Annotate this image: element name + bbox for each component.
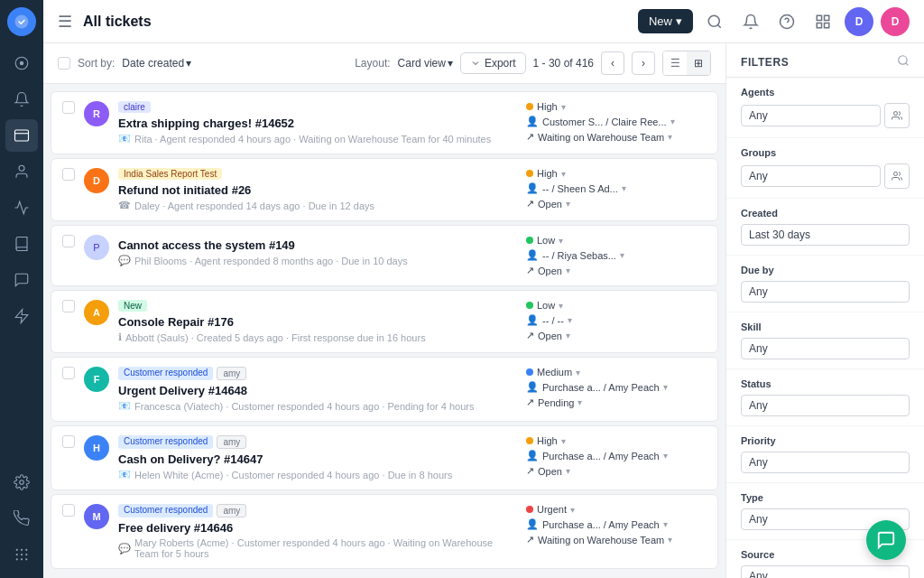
chevron-down-icon: ▾ bbox=[566, 331, 570, 340]
content-area: Sort by: Date created ▾ Layout: Card vie… bbox=[43, 43, 924, 578]
svg-rect-22 bbox=[817, 23, 821, 27]
assignee-attr[interactable]: 👤 Purchase a... / Amy Peach ▾ bbox=[526, 450, 668, 461]
bell-icon-button[interactable] bbox=[736, 7, 765, 36]
sidebar-item-chat[interactable] bbox=[5, 264, 38, 296]
sidebar-item-settings[interactable] bbox=[5, 466, 38, 499]
meta-icon: 💬 bbox=[118, 543, 131, 555]
status-attr[interactable]: ↗ Waiting on Warehouse Team ▾ bbox=[526, 534, 672, 545]
chevron-down-icon: ▾ bbox=[570, 505, 575, 515]
ticket-checkbox[interactable] bbox=[62, 367, 75, 379]
created-select[interactable]: Last 30 days Today Last 7 days This mont… bbox=[741, 224, 910, 246]
ticket-checkbox[interactable] bbox=[62, 435, 75, 448]
ticket-tags: Customer responded amy bbox=[118, 435, 517, 449]
help-icon-button[interactable] bbox=[772, 7, 801, 36]
layout-button[interactable]: Card view ▾ bbox=[398, 57, 453, 70]
svg-point-13 bbox=[25, 554, 27, 555]
sidebar-item-grid[interactable] bbox=[5, 538, 38, 571]
next-page-button[interactable]: › bbox=[632, 51, 655, 75]
source-select[interactable]: Any bbox=[741, 565, 910, 578]
status-attr[interactable]: ↗ Open ▾ bbox=[526, 330, 570, 341]
assignee-attr[interactable]: 👤 -- / Riya Sebas... ▾ bbox=[526, 249, 624, 261]
secondary-avatar[interactable]: D bbox=[881, 7, 910, 36]
ticket-checkbox[interactable] bbox=[62, 168, 75, 181]
status-select[interactable]: Any bbox=[741, 395, 910, 416]
ticket-checkbox[interactable] bbox=[62, 300, 75, 312]
sidebar-item-kb[interactable] bbox=[5, 228, 38, 260]
agents-select[interactable]: Any bbox=[741, 105, 881, 126]
chevron-down-icon: ▾ bbox=[676, 14, 682, 28]
priority-label: Low bbox=[537, 235, 555, 246]
status-attr[interactable]: ↗ Pending ▾ bbox=[526, 396, 582, 408]
sidebar-item-home[interactable] bbox=[5, 47, 38, 79]
filter-label-status: Status bbox=[741, 378, 910, 389]
view-toggle: ☰ ⊞ bbox=[662, 51, 711, 76]
table-row[interactable]: P Cannot access the system #149 💬 Phil B… bbox=[51, 225, 718, 286]
filter-search-icon[interactable] bbox=[897, 54, 910, 70]
groups-icon-button[interactable] bbox=[884, 163, 910, 189]
prev-page-button[interactable]: ‹ bbox=[601, 51, 624, 75]
avatar: D bbox=[84, 168, 109, 193]
priority-attr[interactable]: Medium ▾ bbox=[526, 367, 580, 378]
priority-attr[interactable]: High ▾ bbox=[526, 435, 566, 446]
sort-button[interactable]: Date created ▾ bbox=[122, 57, 191, 70]
ticket-info: New Console Repair #176 ℹ Abbott (Sauls)… bbox=[118, 300, 517, 343]
list-view-button[interactable]: ☰ bbox=[663, 51, 687, 75]
filter-group-created: Created Last 30 days Today Last 7 days T… bbox=[726, 199, 924, 256]
table-row[interactable]: H Customer responded amy Cash on Deliver… bbox=[51, 425, 718, 490]
search-icon-button[interactable] bbox=[700, 7, 729, 36]
skill-select[interactable]: Any bbox=[741, 338, 910, 359]
export-button[interactable]: Export bbox=[460, 52, 526, 74]
status-label: Open bbox=[538, 331, 562, 341]
sidebar-logo[interactable] bbox=[7, 7, 36, 36]
priority-attr[interactable]: Low ▾ bbox=[526, 300, 563, 311]
priority-attr[interactable]: Low ▾ bbox=[526, 235, 563, 246]
assignee-attr[interactable]: 👤 Purchase a... / Amy Peach ▾ bbox=[526, 518, 668, 530]
assignee-attr[interactable]: 👤 Customer S... / Claire Ree... ▾ bbox=[526, 116, 675, 127]
sidebar-item-contacts[interactable] bbox=[5, 155, 38, 188]
new-button[interactable]: New ▾ bbox=[638, 9, 693, 33]
svg-point-26 bbox=[894, 172, 898, 176]
status-label: Open bbox=[538, 199, 562, 210]
status-attr[interactable]: ↗ Waiting on Warehouse Team ▾ bbox=[526, 131, 672, 143]
tag: amy bbox=[217, 504, 246, 517]
svg-point-25 bbox=[894, 112, 898, 116]
user-avatar[interactable]: D bbox=[845, 7, 873, 36]
ticket-attrs: High ▾ 👤 Customer S... / Claire Ree... ▾… bbox=[526, 101, 707, 143]
assignee-attr[interactable]: 👤 -- / -- ▾ bbox=[526, 314, 572, 326]
status-icon: ↗ bbox=[526, 396, 534, 408]
due-by-select[interactable]: Any bbox=[741, 281, 910, 303]
grid-icon-button[interactable] bbox=[808, 7, 837, 36]
priority-label: High bbox=[537, 101, 558, 112]
sidebar-item-reports[interactable] bbox=[5, 191, 38, 224]
assignee-attr[interactable]: 👤 -- / Sheen S Ad... ▾ bbox=[526, 182, 626, 194]
table-row[interactable]: M Customer responded amy Free delivery #… bbox=[51, 494, 718, 569]
card-view-button[interactable]: ⊞ bbox=[687, 51, 710, 75]
priority-attr[interactable]: Urgent ▾ bbox=[526, 504, 575, 515]
select-all-checkbox[interactable] bbox=[58, 57, 70, 70]
status-attr[interactable]: ↗ Open ▾ bbox=[526, 265, 570, 276]
table-row[interactable]: D India Sales Report Test Refund not ini… bbox=[51, 158, 718, 221]
ticket-checkbox[interactable] bbox=[62, 235, 75, 247]
sidebar-item-integrations[interactable] bbox=[5, 300, 38, 332]
meta-icon: 📧 bbox=[118, 400, 131, 412]
ticket-checkbox[interactable] bbox=[62, 504, 75, 517]
agents-icon-button[interactable] bbox=[884, 103, 910, 128]
table-row[interactable]: A New Console Repair #176 ℹ Abbott (Saul… bbox=[51, 290, 718, 353]
groups-select[interactable]: Any bbox=[741, 165, 881, 187]
table-row[interactable]: F Customer responded amy Urgent Delivery… bbox=[51, 357, 718, 422]
tag: Customer responded bbox=[118, 504, 213, 517]
sidebar-item-phone[interactable] bbox=[5, 502, 38, 535]
priority-select[interactable]: Any bbox=[741, 452, 910, 473]
priority-attr[interactable]: High ▾ bbox=[526, 101, 566, 112]
ticket-checkbox[interactable] bbox=[62, 101, 75, 114]
status-attr[interactable]: ↗ Open ▾ bbox=[526, 465, 570, 477]
chat-fab-button[interactable] bbox=[866, 520, 906, 560]
status-icon: ↗ bbox=[526, 534, 534, 545]
sidebar-item-notifications[interactable] bbox=[5, 83, 38, 116]
assignee-attr[interactable]: 👤 Purchase a... / Amy Peach ▾ bbox=[526, 381, 668, 393]
status-attr[interactable]: ↗ Open ▾ bbox=[526, 198, 570, 210]
table-row[interactable]: R claire Extra shipping charges! #14652 … bbox=[51, 91, 718, 154]
sidebar-item-tickets[interactable] bbox=[5, 119, 38, 152]
menu-icon[interactable]: ☰ bbox=[58, 12, 72, 32]
priority-attr[interactable]: High ▾ bbox=[526, 168, 566, 179]
